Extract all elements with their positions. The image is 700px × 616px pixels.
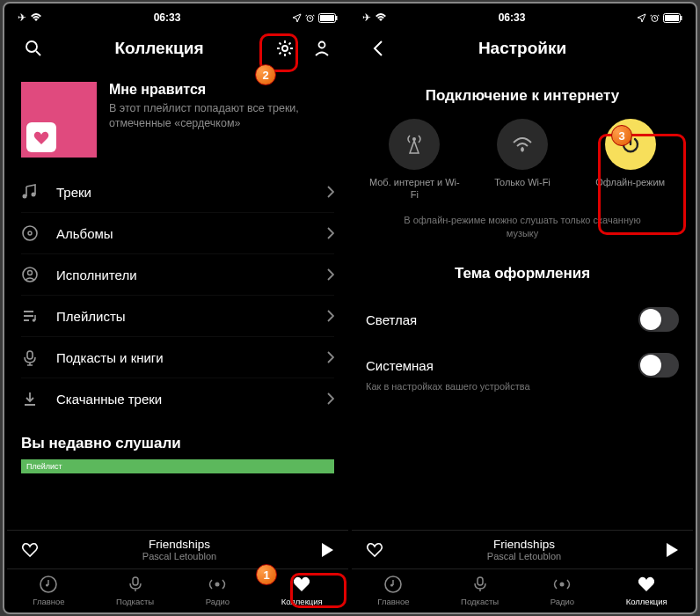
search-icon	[25, 40, 42, 57]
theme-system-toggle[interactable]	[638, 353, 679, 378]
screen-settings: ✈ 06:33 Настройки Подключение к интернет…	[352, 6, 693, 610]
tab-podcasts[interactable]: Подкасты	[461, 575, 499, 606]
tab-label: Главное	[377, 597, 409, 606]
conn-option-wifi-only[interactable]: Только Wi-Fi	[474, 119, 571, 202]
tab-radio[interactable]: Радио	[551, 575, 574, 606]
chevron-right-icon	[327, 227, 334, 239]
tab-bar: Главное Подкасты Радио Коллекция	[352, 568, 693, 610]
tab-collection[interactable]: Коллекция	[626, 575, 667, 606]
tab-label: Главное	[33, 597, 64, 606]
header: Настройки	[352, 27, 693, 70]
menu-albums[interactable]: Альбомы	[21, 213, 334, 254]
tab-label: Коллекция	[626, 597, 667, 606]
svg-point-27	[560, 583, 565, 587]
menu-label: Альбомы	[56, 226, 327, 241]
svg-point-18	[215, 583, 220, 587]
chevron-right-icon	[327, 310, 334, 322]
status-time: 06:33	[499, 11, 526, 24]
status-bar: ✈ 06:33	[7, 6, 348, 27]
svg-point-10	[28, 231, 32, 235]
tab-label: Коллекция	[281, 597, 323, 606]
svg-rect-22	[681, 16, 682, 20]
now-playing-bar[interactable]: Friendships Pascal Letoublon	[352, 530, 693, 568]
status-time: 06:33	[154, 11, 181, 24]
search-button[interactable]	[19, 34, 47, 62]
menu-label: Плейлисты	[56, 309, 327, 324]
heart-tab-icon	[637, 576, 656, 593]
playlist-badge: Плейлист	[21, 459, 334, 473]
play-icon[interactable]	[320, 542, 334, 558]
podcast-icon	[21, 348, 39, 366]
np-title: Friendships	[39, 538, 320, 551]
tab-collection[interactable]: Коллекция	[281, 575, 323, 606]
page-title: Коллекция	[47, 39, 271, 58]
menu-tracks[interactable]: Треки	[21, 172, 334, 213]
radio-tab-icon	[208, 575, 227, 594]
albums-icon	[21, 224, 39, 242]
svg-point-25	[390, 583, 393, 586]
settings-button[interactable]	[271, 34, 299, 62]
menu-label: Исполнители	[56, 268, 327, 282]
theme-light-toggle[interactable]	[638, 307, 679, 332]
callout-badge-2: 2	[255, 64, 276, 85]
collection-menu: Треки Альбомы Исполнители Плейлисты Подк	[7, 172, 348, 419]
svg-rect-26	[478, 577, 483, 585]
chevron-right-icon	[327, 392, 334, 405]
tab-podcasts[interactable]: Подкасты	[116, 575, 154, 606]
svg-point-9	[23, 226, 37, 240]
menu-playlists[interactable]: Плейлисты	[21, 296, 334, 337]
svg-rect-17	[133, 577, 138, 585]
svg-rect-21	[665, 15, 679, 21]
callout-badge-1: 1	[256, 564, 277, 585]
tab-radio[interactable]: Радио	[206, 575, 230, 606]
nav-icon	[637, 13, 646, 23]
tab-label: Радио	[206, 597, 230, 606]
tab-label: Подкасты	[116, 597, 154, 606]
conn-option-mobile-wifi[interactable]: Моб. интернет и Wi-Fi	[366, 119, 463, 202]
menu-label: Скачанные треки	[56, 392, 327, 407]
conn-label: Офлайн-режим	[595, 177, 665, 189]
menu-downloaded[interactable]: Скачанные треки	[21, 378, 334, 419]
np-artist: Pascal Letoublon	[39, 551, 320, 561]
download-icon	[21, 390, 39, 407]
profile-button[interactable]	[308, 34, 336, 62]
svg-point-7	[23, 194, 27, 199]
screen-collection: ✈ 06:33 Коллекция	[7, 6, 348, 610]
menu-podcasts[interactable]: Подкасты и книги	[21, 337, 334, 378]
alarm-icon	[650, 13, 660, 23]
conn-label: Только Wi-Fi	[494, 177, 551, 189]
tab-label: Радио	[551, 597, 574, 606]
play-icon[interactable]	[665, 542, 679, 558]
podcast-tab-icon	[470, 575, 490, 594]
playlists-icon	[21, 307, 39, 325]
svg-point-8	[32, 193, 36, 197]
liked-playlist-card[interactable]: Мне нравится В этот плейлист попадают вс…	[7, 70, 348, 172]
theme-light-row[interactable]: Светлая	[352, 297, 693, 342]
tab-home[interactable]: Главное	[377, 575, 409, 606]
airplane-icon: ✈	[18, 11, 26, 24]
back-button[interactable]	[364, 34, 392, 62]
menu-artists[interactable]: Исполнители	[21, 254, 334, 296]
heart-outline-icon[interactable]	[21, 542, 39, 558]
np-artist: Pascal Letoublon	[383, 551, 665, 561]
svg-point-5	[282, 46, 288, 51]
chevron-right-icon	[327, 186, 334, 198]
home-tab-icon	[39, 575, 58, 594]
now-playing-bar[interactable]: Friendships Pascal Letoublon	[7, 530, 348, 568]
battery-icon	[318, 13, 338, 23]
heart-outline-icon[interactable]	[366, 542, 383, 558]
svg-point-16	[46, 583, 48, 586]
tab-home[interactable]: Главное	[33, 575, 64, 606]
person-icon	[313, 40, 331, 57]
chevron-right-icon	[327, 268, 334, 281]
radio-tab-icon	[552, 575, 572, 594]
wifi-large-icon	[510, 135, 535, 154]
battery-icon	[663, 13, 682, 23]
recent-section-title: Вы недавно слушали	[7, 419, 348, 454]
gear-icon	[275, 39, 295, 58]
connection-options: Моб. интернет и Wi-Fi Только Wi-Fi Офлай…	[352, 119, 693, 209]
connection-note: В офлайн-режиме можно слушать только ска…	[352, 209, 693, 257]
playlist-title: Мне нравится	[109, 82, 334, 98]
theme-light-label: Светлая	[366, 312, 417, 327]
svg-point-4	[26, 41, 37, 52]
